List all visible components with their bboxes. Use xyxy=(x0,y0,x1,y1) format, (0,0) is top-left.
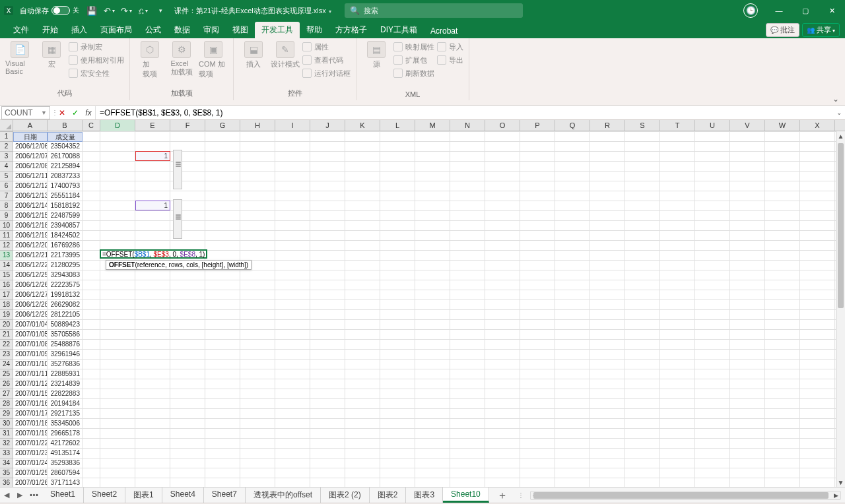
cell-X33[interactable] xyxy=(800,449,835,458)
cell-X32[interactable] xyxy=(800,439,835,449)
cell-S31[interactable] xyxy=(625,429,660,439)
expand-formula-bar[interactable]: ⌄ xyxy=(833,109,845,116)
cell-X17[interactable] xyxy=(800,290,835,300)
cell-B15[interactable]: 32943083 xyxy=(48,270,83,280)
cell-D19[interactable] xyxy=(100,310,135,320)
cell-P5[interactable] xyxy=(520,172,555,181)
design-mode-button[interactable]: ✎设计模式 xyxy=(271,41,300,69)
cell-G31[interactable] xyxy=(205,429,240,439)
cell-V2[interactable] xyxy=(730,142,765,152)
cell-Q11[interactable] xyxy=(555,231,590,241)
cell-F28[interactable] xyxy=(170,399,205,409)
cell-C3[interactable] xyxy=(83,152,100,162)
cell-O29[interactable] xyxy=(485,409,520,419)
cell-K35[interactable] xyxy=(345,468,380,478)
cell-N14[interactable] xyxy=(450,261,485,270)
cell-H20[interactable] xyxy=(240,320,275,330)
cell-X26[interactable] xyxy=(800,379,835,389)
cell-R34[interactable] xyxy=(590,458,625,468)
cell-Q1[interactable] xyxy=(555,132,590,142)
cell-P26[interactable] xyxy=(520,379,555,389)
cell-P12[interactable] xyxy=(520,241,555,251)
row-header-2[interactable]: 2 xyxy=(0,141,13,151)
cell-X5[interactable] xyxy=(800,172,835,181)
cell-N23[interactable] xyxy=(450,350,485,360)
comments-button[interactable]: 批注 xyxy=(766,23,799,37)
cell-W24[interactable] xyxy=(765,360,800,369)
col-header-H[interactable]: H xyxy=(240,120,275,131)
cell-L4[interactable] xyxy=(380,162,415,172)
cell-T18[interactable] xyxy=(660,300,695,310)
cell-P20[interactable] xyxy=(520,320,555,330)
cell-G22[interactable] xyxy=(205,340,240,350)
cell-D35[interactable] xyxy=(100,468,135,478)
xml-source-button[interactable]: ▤源 xyxy=(362,41,391,69)
cell-W10[interactable] xyxy=(765,221,800,231)
cell-G25[interactable] xyxy=(205,369,240,379)
cell-O4[interactable] xyxy=(485,162,520,172)
cell-E15[interactable] xyxy=(135,270,170,280)
cell-T33[interactable] xyxy=(660,449,695,458)
cell-D18[interactable] xyxy=(100,300,135,310)
cell-E34[interactable] xyxy=(135,458,170,468)
cell-O31[interactable] xyxy=(485,429,520,439)
cell-Q29[interactable] xyxy=(555,409,590,419)
cell-P29[interactable] xyxy=(520,409,555,419)
cell-L35[interactable] xyxy=(380,468,415,478)
cell-L23[interactable] xyxy=(380,350,415,360)
row-header-26[interactable]: 26 xyxy=(0,379,13,389)
cell-Q31[interactable] xyxy=(555,429,590,439)
cell-F16[interactable] xyxy=(170,280,205,290)
cell-C30[interactable] xyxy=(83,419,100,429)
cell-C2[interactable] xyxy=(83,142,100,152)
cell-B12[interactable]: 16769286 xyxy=(48,241,83,251)
cell-T4[interactable] xyxy=(660,162,695,172)
cell-Q26[interactable] xyxy=(555,379,590,389)
cell-W13[interactable] xyxy=(765,251,800,261)
cell-A21[interactable]: 2007/01/05 xyxy=(13,330,48,340)
search-box[interactable]: 🔍 搜索 xyxy=(345,3,523,18)
sheet-tab-Sheet1[interactable]: Sheet1 xyxy=(42,488,84,503)
cell-E31[interactable] xyxy=(135,429,170,439)
cell-S4[interactable] xyxy=(625,162,660,172)
cell-U29[interactable] xyxy=(695,409,730,419)
cell-B4[interactable]: 22125894 xyxy=(48,162,83,172)
row-header-9[interactable]: 9 xyxy=(0,210,13,220)
cell-A16[interactable]: 2006/12/26 xyxy=(13,280,48,290)
cell-S8[interactable] xyxy=(625,201,660,211)
cell-M24[interactable] xyxy=(415,360,450,369)
cell-H11[interactable] xyxy=(240,231,275,241)
cell-E16[interactable] xyxy=(135,280,170,290)
cell-L21[interactable] xyxy=(380,330,415,340)
cell-Q30[interactable] xyxy=(555,419,590,429)
cell-V23[interactable] xyxy=(730,350,765,360)
cell-B29[interactable]: 29217135 xyxy=(48,409,83,419)
cell-D32[interactable] xyxy=(100,439,135,449)
cell-D22[interactable] xyxy=(100,340,135,350)
cell-M17[interactable] xyxy=(415,290,450,300)
row-header-22[interactable]: 22 xyxy=(0,339,13,349)
cell-J13[interactable] xyxy=(310,251,345,261)
share-button[interactable]: 共享 xyxy=(802,23,840,37)
cell-X30[interactable] xyxy=(800,419,835,429)
cell-N16[interactable] xyxy=(450,280,485,290)
cell-R18[interactable] xyxy=(590,300,625,310)
cell-M5[interactable] xyxy=(415,172,450,181)
cell-H4[interactable] xyxy=(240,162,275,172)
cell-O34[interactable] xyxy=(485,458,520,468)
cell-R5[interactable] xyxy=(590,172,625,181)
cell-K4[interactable] xyxy=(345,162,380,172)
cell-Q28[interactable] xyxy=(555,399,590,409)
cell-E2[interactable] xyxy=(135,142,170,152)
cell-T13[interactable] xyxy=(660,251,695,261)
cell-U27[interactable] xyxy=(695,389,730,399)
cell-I31[interactable] xyxy=(275,429,310,439)
cell-A28[interactable]: 2007/01/16 xyxy=(13,399,48,409)
cell-M9[interactable] xyxy=(415,211,450,221)
row-header-35[interactable]: 35 xyxy=(0,468,13,478)
cell-D30[interactable] xyxy=(100,419,135,429)
cell-N7[interactable] xyxy=(450,191,485,201)
cell-G12[interactable] xyxy=(205,241,240,251)
cell-P32[interactable] xyxy=(520,439,555,449)
cell-V3[interactable] xyxy=(730,152,765,162)
